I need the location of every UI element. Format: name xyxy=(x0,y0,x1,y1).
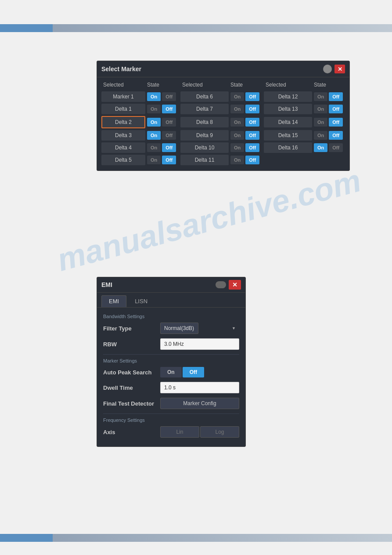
dwell-time-row: Dwell Time xyxy=(103,382,239,393)
axis-lin-button[interactable]: Lin xyxy=(160,426,199,438)
marker-config-button[interactable]: Marker Config xyxy=(160,398,239,409)
axis-row: Axis Lin Log xyxy=(103,426,239,438)
delta12-on-button[interactable]: On xyxy=(314,92,327,101)
marker-name: Delta 9 xyxy=(180,130,229,141)
auto-peak-label: Auto Peak Search xyxy=(103,369,160,376)
watermark: manualsarchive.com xyxy=(54,162,365,278)
delta7-off-button[interactable]: Off xyxy=(245,105,259,113)
tab-emi[interactable]: EMI xyxy=(101,295,126,307)
marker-state: On Off xyxy=(312,118,347,127)
axis-toggle: Lin Log xyxy=(160,426,239,438)
delta13-on-button[interactable]: On xyxy=(314,105,327,113)
delta3-on-button[interactable]: On xyxy=(147,131,161,140)
divider xyxy=(103,354,239,355)
emi-toggle-icon[interactable] xyxy=(216,281,226,288)
marker-name: Delta 3 xyxy=(101,130,145,141)
delta2-off-button[interactable]: Off xyxy=(162,118,176,127)
marker-state: On Off xyxy=(145,105,180,113)
top-bar xyxy=(0,24,392,32)
marker-state: On Off xyxy=(312,143,347,152)
delta8-off-button[interactable]: Off xyxy=(245,118,259,127)
delta13-off-button[interactable]: Off xyxy=(329,105,343,113)
marker-name-highlighted: Delta 2 xyxy=(101,116,145,128)
dialog-close-button[interactable]: ✕ xyxy=(334,65,345,73)
delta3-off-button[interactable]: Off xyxy=(162,131,176,140)
delta8-on-button[interactable]: On xyxy=(230,118,244,127)
marker-state: On Off xyxy=(229,92,264,101)
marker-settings-label: Marker Settings xyxy=(103,358,239,363)
marker-state: On Off xyxy=(229,156,264,164)
filter-type-select-wrapper: Normal(3dB) xyxy=(160,323,239,334)
delta2-on-button[interactable]: On xyxy=(147,118,161,127)
table-row: Delta 1 On Off Delta 7 On Off Delta 13 O… xyxy=(101,104,345,114)
marker-state: On Off xyxy=(312,131,347,140)
delta14-on-button[interactable]: On xyxy=(314,118,327,127)
dialog-titlebar: Select Marker ✕ xyxy=(97,61,349,77)
marker-state: On Off xyxy=(229,118,264,127)
marker-state: On Off xyxy=(145,118,180,127)
header-state-3: State xyxy=(312,81,347,89)
delta9-on-button[interactable]: On xyxy=(230,131,244,140)
delta14-off-button[interactable]: Off xyxy=(329,118,343,127)
delta1-off-button[interactable]: Off xyxy=(162,105,176,113)
delta16-on-button[interactable]: On xyxy=(314,143,327,152)
auto-peak-toggle: On Off xyxy=(160,367,204,377)
delta16-off-button[interactable]: Off xyxy=(329,143,343,152)
header-selected-2: Selected xyxy=(180,81,229,89)
final-test-label: Final Test Detector xyxy=(103,400,160,407)
delta15-on-button[interactable]: On xyxy=(314,131,327,140)
auto-peak-on-button[interactable]: On xyxy=(160,367,182,377)
marker-state: On Off xyxy=(145,156,180,164)
marker-name: Delta 1 xyxy=(101,104,145,114)
dialog-circle-icon xyxy=(323,65,332,73)
delta11-off-button[interactable]: Off xyxy=(245,156,259,164)
table-row: Delta 5 On Off Delta 11 On Off xyxy=(101,155,345,165)
marker-state: On Off xyxy=(145,131,180,140)
delta5-on-button[interactable]: On xyxy=(147,156,161,164)
delta10-on-button[interactable]: On xyxy=(230,143,244,152)
delta6-off-button[interactable]: Off xyxy=(245,92,259,101)
delta15-off-button[interactable]: Off xyxy=(329,131,343,140)
delta1-on-button[interactable]: On xyxy=(147,105,161,113)
marker-state: On Off xyxy=(229,131,264,140)
marker-name: Delta 10 xyxy=(180,142,229,153)
top-bar-accent xyxy=(0,24,53,32)
marker1-on-button[interactable]: On xyxy=(147,92,161,101)
marker-state: On Off xyxy=(229,143,264,152)
delta4-on-button[interactable]: On xyxy=(147,143,161,152)
auto-peak-row: Auto Peak Search On Off xyxy=(103,367,239,377)
marker-state: On Off xyxy=(145,143,180,152)
bottom-bar xyxy=(0,534,392,542)
delta11-on-button[interactable]: On xyxy=(230,156,244,164)
table-row: Delta 2 On Off Delta 8 On Off Delta 14 O… xyxy=(101,116,345,128)
dwell-time-input[interactable] xyxy=(160,382,239,393)
rbw-row: RBW xyxy=(103,338,239,350)
delta7-on-button[interactable]: On xyxy=(230,105,244,113)
marker-name: Delta 5 xyxy=(101,155,145,165)
final-test-row: Final Test Detector Marker Config xyxy=(103,398,239,409)
tab-lisn[interactable]: LISN xyxy=(127,295,155,307)
delta5-off-button[interactable]: Off xyxy=(162,156,176,164)
delta10-off-button[interactable]: Off xyxy=(245,143,259,152)
dwell-time-label: Dwell Time xyxy=(103,385,160,391)
table-row: Delta 3 On Off Delta 9 On Off Delta 15 O… xyxy=(101,130,345,141)
marker-name: Delta 14 xyxy=(264,117,312,127)
frequency-settings-label: Frequency Settings xyxy=(103,417,239,423)
marker-state: On Off xyxy=(312,92,347,101)
delta6-on-button[interactable]: On xyxy=(230,92,244,101)
auto-peak-off-button[interactable]: Off xyxy=(183,367,204,377)
divider2 xyxy=(103,414,239,414)
marker-grid: Selected State Selected State Selected S… xyxy=(97,77,349,170)
filter-type-select[interactable]: Normal(3dB) xyxy=(160,323,198,334)
bandwidth-settings-label: Bandwidth Settings xyxy=(103,314,239,319)
delta12-off-button[interactable]: Off xyxy=(329,92,343,101)
delta9-off-button[interactable]: Off xyxy=(245,131,259,140)
marker-name: Delta 16 xyxy=(264,142,312,153)
axis-log-button[interactable]: Log xyxy=(200,426,239,438)
table-row: Delta 4 On Off Delta 10 On Off Delta 16 … xyxy=(101,142,345,153)
delta4-off-button[interactable]: Off xyxy=(162,143,176,152)
marker1-off-button[interactable]: Off xyxy=(162,92,176,101)
rbw-input[interactable] xyxy=(160,338,239,350)
marker-state: On Off xyxy=(145,92,180,101)
emi-close-button[interactable]: ✕ xyxy=(229,280,241,290)
